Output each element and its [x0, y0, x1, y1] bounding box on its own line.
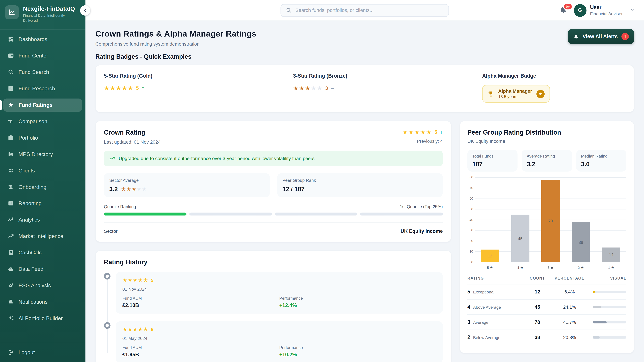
median-rating-stat: Median Rating 3.0 — [576, 150, 626, 172]
sidebar-item-portfolio[interactable]: Portfolio — [3, 131, 82, 144]
performance-value: +12.4% — [279, 303, 436, 308]
sidebar-collapse-button[interactable] — [80, 5, 90, 15]
sidebar-item-comparison[interactable]: Comparison — [3, 115, 82, 128]
brand-name: Nexgile-FinDataIQ — [23, 5, 75, 12]
compare-arrows-icon — [8, 118, 14, 124]
briefcase-icon — [8, 134, 14, 141]
app-window: Nexgile-FinDataIQ Financial Data, Intell… — [0, 0, 644, 362]
sidebar-item-fund-research[interactable]: Fund Research — [3, 82, 82, 95]
sidebar-item-logout[interactable]: Logout — [3, 346, 82, 359]
notifications-count-badge: 9+ — [563, 3, 573, 10]
bell-icon — [8, 299, 14, 305]
sidebar-nav: Dashboards Fund Center Fund Search Fund … — [0, 29, 85, 342]
upgrade-notice: Upgraded due to consistent outperformanc… — [104, 151, 443, 166]
view-all-alerts-button[interactable]: View All Alerts 1 — [568, 29, 634, 44]
quartile-segment-1 — [104, 213, 186, 216]
rating-badges-card: 5-Star Rating (Gold) ★★★★★ 5 ↑ 3-Star Ra… — [95, 65, 634, 112]
quartile-ranking-label: Quartile Ranking — [104, 204, 136, 209]
table-row: 2Below Average 38 20.3% — [468, 330, 626, 345]
sidebar-item-market-intelligence[interactable]: Market Intelligence — [3, 230, 82, 243]
alerts-count-badge: 1 — [621, 33, 629, 40]
history-date: 01 May 2024 — [122, 336, 436, 341]
history-item: ★★★★★ 5 01 May 2024 Fund AUM £1.95B — [104, 322, 443, 362]
folder-user-icon — [8, 151, 14, 157]
grid-icon — [8, 36, 14, 42]
wallet-icon — [8, 52, 14, 59]
sidebar-item-notifications[interactable]: Notifications — [3, 295, 82, 308]
fund-aum-value: £2.10B — [122, 303, 280, 308]
calculator-icon — [8, 249, 14, 256]
percentage-bar — [593, 321, 607, 324]
distribution-table: RATING COUNT PERCENTAGE VISUAL 5Exceptio… — [468, 276, 626, 345]
total-funds-stat: Total Funds 187 — [468, 150, 518, 172]
distribution-title: Peer Group Rating Distribution — [468, 129, 626, 136]
star-rating: ★★★★★ — [122, 327, 148, 332]
rating-history-card: Rating History ★★★★★ 5 01 Nov 2024 — [95, 250, 451, 362]
sidebar-item-analytics[interactable]: Analytics — [3, 213, 82, 226]
chart-bar-2-star: 38 — [572, 222, 590, 262]
crown-rating-title: Crown Rating — [104, 129, 161, 136]
sector-value: UK Equity Income — [401, 228, 443, 234]
table-row: 4Above Average 45 24.1% — [468, 300, 626, 315]
brand: Nexgile-FinDataIQ Financial Data, Intell… — [0, 0, 85, 29]
quartile-value-label: 1st Quartile (Top 25%) — [400, 204, 443, 209]
quartile-segment-2 — [189, 213, 272, 216]
chart-y-axis: 0 10 20 30 40 50 60 70 80 — [468, 177, 475, 262]
sidebar-item-esg-analysis[interactable]: ESG Analysis — [3, 279, 82, 292]
sparkles-icon — [8, 315, 14, 322]
trophy-icon — [488, 90, 494, 97]
peer-distribution-card: Peer Group Rating Distribution UK Equity… — [460, 121, 634, 354]
star-rating: ★★★★★ — [121, 186, 147, 192]
sidebar-item-reporting[interactable]: Reporting — [3, 197, 82, 210]
search-icon — [8, 69, 14, 75]
history-date: 01 Nov 2024 — [122, 286, 436, 291]
table-row: 5Exceptional 12 6.4% — [468, 284, 626, 300]
star-medal-icon: ★ — [536, 90, 544, 98]
page-title: Crown Ratings & Alpha Manager Ratings — [95, 29, 256, 38]
quartile-segment-4 — [360, 213, 443, 216]
last-updated: Last updated: 01 Nov 2024 — [104, 140, 161, 144]
sidebar-item-ai-portfolio-builder[interactable]: AI Portfolio Builder — [3, 312, 82, 325]
global-search[interactable] — [280, 4, 449, 16]
quartile-segment-3 — [275, 213, 357, 216]
activity-icon — [8, 217, 14, 223]
trend-up-icon: ↑ — [440, 129, 443, 135]
table-header: RATING COUNT PERCENTAGE VISUAL — [468, 276, 626, 284]
sidebar-item-mps-directory[interactable]: MPS Directory — [3, 148, 82, 161]
sidebar-item-cashcalc[interactable]: CashCalc — [3, 246, 82, 259]
trend-up-icon: ↑ — [142, 85, 144, 91]
star-icon — [8, 102, 14, 108]
chevron-left-icon — [83, 8, 88, 13]
notifications-button[interactable]: 9+ — [559, 5, 567, 15]
rating-distribution-chart: 0 10 20 30 40 50 60 70 80 12 45 — [468, 177, 626, 262]
brand-chart-line-icon — [5, 5, 19, 19]
average-rating-stat: Average Rating 3.2 — [522, 150, 572, 172]
rating-history-timeline: ★★★★★ 5 01 Nov 2024 Fund AUM £2.10B — [104, 272, 443, 362]
user-name: User — [590, 4, 622, 10]
distribution-subtitle: UK Equity Income — [468, 139, 626, 144]
sidebar-item-fund-search[interactable]: Fund Search — [3, 65, 82, 79]
cloud-upload-icon — [8, 266, 14, 272]
gold-rating-example: 5-Star Rating (Gold) ★★★★★ 5 ↑ — [104, 73, 293, 103]
sidebar-item-onboarding[interactable]: Onboarding — [3, 180, 82, 194]
section-heading-rating-badges: Rating Badges - Quick Examples — [95, 53, 634, 60]
search-input[interactable] — [295, 7, 444, 13]
star-rating: ★★★★★ — [104, 85, 133, 91]
sector-average-box: Sector Average 3.2 ★★★★★ — [104, 173, 270, 197]
sidebar-item-clients[interactable]: Clients — [3, 164, 82, 177]
percentage-bar — [593, 306, 601, 308]
sector-label: Sector — [104, 229, 118, 233]
leaf-icon — [8, 282, 14, 289]
sidebar-item-dashboards[interactable]: Dashboards — [3, 33, 82, 46]
users-icon — [8, 167, 14, 174]
peer-group-rank-box: Peer Group Rank 12 / 187 — [277, 173, 443, 197]
avatar: G — [574, 4, 586, 16]
sidebar-item-fund-center[interactable]: Fund Center — [3, 49, 82, 62]
sidebar-item-data-feed[interactable]: Data Feed — [3, 263, 82, 276]
chart-square-icon — [8, 85, 14, 92]
user-menu[interactable]: G User Financial Adviser — [574, 4, 635, 16]
table-row: 3Average 78 41.7% — [468, 315, 626, 330]
sidebar-item-fund-ratings[interactable]: Fund Ratings — [3, 98, 82, 111]
timeline-marker-icon — [104, 322, 110, 329]
bronze-rating-example: 3-Star Rating (Bronze) ★★★★★ 3 – — [293, 73, 482, 103]
